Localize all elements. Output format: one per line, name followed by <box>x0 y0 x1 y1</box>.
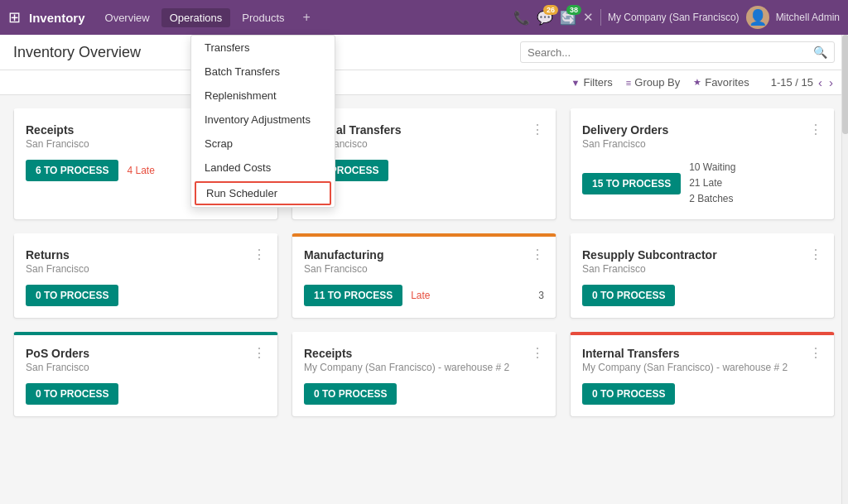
card-returns-menu[interactable]: ⋮ <box>253 248 266 262</box>
card-manufacturing-title: Manufacturing <box>304 248 383 262</box>
dropdown-landed-costs[interactable]: Landed Costs <box>191 156 335 180</box>
filter-bar: ▼ Filters ≡ Group By ★ Favorites 1-15 / … <box>0 70 848 95</box>
card-manufacturing-body: 11 TO PROCESS Late 3 <box>304 285 544 306</box>
card-returns-body: 0 TO PROCESS <box>26 285 266 306</box>
scrollbar-thumb[interactable] <box>842 35 848 134</box>
card-resupply: Resupply Subcontractor ⋮ San Francisco 0… <box>570 233 835 319</box>
dropdown-run-scheduler[interactable]: Run Scheduler <box>195 181 331 205</box>
card-internal-transfers-subtitle: San Francisco <box>304 138 544 150</box>
card-delivery-orders-menu[interactable]: ⋮ <box>809 123 822 137</box>
card-pos-orders-menu[interactable]: ⋮ <box>253 347 266 360</box>
filters-button[interactable]: ▼ Filters <box>571 76 613 89</box>
card-pos-orders: PoS Orders ⋮ San Francisco 0 TO PROCESS <box>13 332 278 417</box>
card-returns: Returns ⋮ San Francisco 0 TO PROCESS <box>13 233 278 319</box>
dropdown-transfers[interactable]: Transfers <box>191 36 335 60</box>
card-manufacturing-late: Late <box>411 290 430 301</box>
prev-page-button[interactable]: ‹ <box>817 75 824 89</box>
settings-icon[interactable]: ✕ <box>583 10 594 25</box>
card-returns-subtitle: San Francisco <box>26 263 266 275</box>
card-resupply-subtitle: San Francisco <box>582 263 822 275</box>
pagination: 1-15 / 15 ‹ › <box>771 75 835 89</box>
dropdown-inventory-adjustments[interactable]: Inventory Adjustments <box>191 108 335 132</box>
sub-header: Inventory Overview 🔍 <box>0 35 848 70</box>
operations-dropdown: Transfers Batch Transfers Replenishment … <box>190 35 335 208</box>
card-receipts-2-title: Receipts <box>304 347 352 360</box>
group-by-button[interactable]: ≡ Group By <box>626 76 680 89</box>
nav-products[interactable]: Products <box>234 8 292 27</box>
card-receipts-2-menu[interactable]: ⋮ <box>531 347 544 360</box>
list-icon: ≡ <box>626 78 631 88</box>
phone-icon[interactable]: 📞 <box>513 10 530 26</box>
card-returns-btn[interactable]: 0 TO PROCESS <box>26 285 118 306</box>
card-pos-orders-btn[interactable]: 0 TO PROCESS <box>26 383 118 405</box>
user-avatar[interactable]: 👤 <box>746 6 769 29</box>
card-delivery-late: 21 Late <box>689 175 735 191</box>
next-page-button[interactable]: › <box>827 75 835 89</box>
messages-icon[interactable]: 💬 26 <box>537 10 553 26</box>
top-navigation: ⊞ Inventory Overview Operations Products… <box>0 0 848 35</box>
card-manufacturing-menu[interactable]: ⋮ <box>531 248 544 262</box>
favorites-label: Favorites <box>705 76 749 89</box>
card-internal-transfers-2: Internal Transfers ⋮ My Company (San Fra… <box>570 332 835 417</box>
filter-icon: ▼ <box>571 78 581 88</box>
cards-grid: Receipts ⋮ San Francisco 6 TO PROCESS 4 … <box>13 108 835 417</box>
user-name[interactable]: Mitchell Admin <box>776 12 840 23</box>
dropdown-scrap[interactable]: Scrap <box>191 132 335 156</box>
pagination-text: 1-15 / 15 <box>771 76 813 89</box>
nav-overview[interactable]: Overview <box>97 8 158 27</box>
card-delivery-orders: Delivery Orders ⋮ San Francisco 15 TO PR… <box>570 108 835 220</box>
card-pos-orders-body: 0 TO PROCESS <box>26 383 266 405</box>
scrollbar-track <box>841 35 848 504</box>
card-pos-orders-subtitle: San Francisco <box>26 362 266 373</box>
card-resupply-btn[interactable]: 0 TO PROCESS <box>582 285 675 306</box>
card-delivery-orders-subtitle: San Francisco <box>582 138 822 150</box>
card-resupply-title: Resupply Subcontractor <box>582 248 717 262</box>
card-pos-orders-title: PoS Orders <box>26 347 89 360</box>
card-receipts-title: Receipts <box>26 123 74 137</box>
dropdown-replenishment[interactable]: Replenishment <box>191 84 335 108</box>
card-manufacturing-count: 3 <box>538 290 544 301</box>
card-manufacturing-subtitle: San Francisco <box>304 263 544 275</box>
card-resupply-body: 0 TO PROCESS <box>582 285 822 306</box>
card-internal-transfers-2-menu[interactable]: ⋮ <box>809 347 822 360</box>
favorites-button[interactable]: ★ Favorites <box>693 76 749 89</box>
activity-badge: 38 <box>566 5 581 15</box>
card-manufacturing-btn[interactable]: 11 TO PROCESS <box>304 285 402 306</box>
star-icon: ★ <box>693 77 701 88</box>
card-delivery-orders-info: 10 Waiting 21 Late 2 Batches <box>689 160 735 208</box>
activity-icon[interactable]: 🔄 38 <box>560 10 576 26</box>
card-receipts-late: 4 Late <box>127 165 154 176</box>
card-delivery-batches: 2 Batches <box>689 191 735 207</box>
card-resupply-menu[interactable]: ⋮ <box>809 248 822 262</box>
search-input[interactable] <box>528 46 813 59</box>
card-internal-transfers-2-body: 0 TO PROCESS <box>582 383 822 405</box>
app-name[interactable]: Inventory <box>29 11 85 25</box>
card-receipts-2-btn[interactable]: 0 TO PROCESS <box>304 383 397 405</box>
page-wrapper: Inventory Overview 🔍 ▼ Filters ≡ Group B… <box>0 35 848 504</box>
apps-icon[interactable]: ⊞ <box>8 8 21 26</box>
search-icon: 🔍 <box>813 46 827 59</box>
group-by-label: Group By <box>634 76 680 89</box>
card-receipts-2: Receipts ⋮ My Company (San Francisco) - … <box>292 332 556 417</box>
card-internal-transfers-2-subtitle: My Company (San Francisco) - warehouse #… <box>582 362 822 373</box>
card-receipts-2-body: 0 TO PROCESS <box>304 383 544 405</box>
nav-operations[interactable]: Operations <box>161 8 231 27</box>
card-manufacturing: Manufacturing ⋮ San Francisco 11 TO PROC… <box>292 233 556 319</box>
card-delivery-orders-btn[interactable]: 15 TO PROCESS <box>582 173 681 194</box>
card-internal-transfers-menu[interactable]: ⋮ <box>531 123 544 137</box>
card-delivery-orders-body: 15 TO PROCESS 10 Waiting 21 Late 2 Batch… <box>582 160 822 208</box>
divider <box>600 9 601 26</box>
card-internal-transfers-2-btn[interactable]: 0 TO PROCESS <box>582 383 675 405</box>
card-returns-title: Returns <box>26 248 70 262</box>
card-internal-transfers-body: TO PROCESS <box>304 160 544 181</box>
messages-badge: 26 <box>543 5 558 15</box>
company-name[interactable]: My Company (San Francisco) <box>608 12 740 23</box>
card-receipts-btn[interactable]: 6 TO PROCESS <box>26 160 118 181</box>
nav-add-button[interactable]: + <box>296 7 317 28</box>
card-internal-transfers-2-title: Internal Transfers <box>582 347 680 360</box>
card-delivery-orders-title: Delivery Orders <box>582 123 668 137</box>
dropdown-batch-transfers[interactable]: Batch Transfers <box>191 60 335 84</box>
filters-label: Filters <box>583 76 612 89</box>
search-bar[interactable]: 🔍 <box>520 41 835 63</box>
card-delivery-waiting: 10 Waiting <box>689 160 735 175</box>
